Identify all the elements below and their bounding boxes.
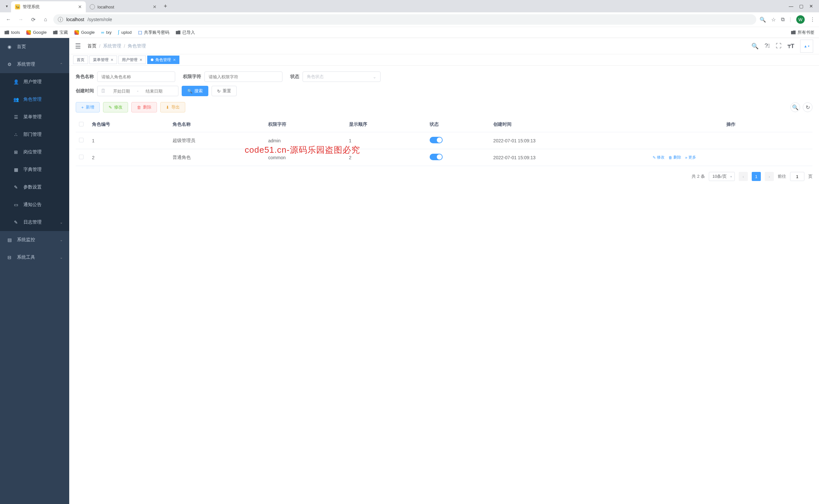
menu-icon[interactable]: ⋮: [810, 17, 815, 23]
row-delete-link[interactable]: 🗑删除: [669, 155, 681, 160]
tab-dropdown-icon[interactable]: ▾: [3, 4, 11, 8]
view-tabs: 首页 菜单管理✕ 用户管理✕ 角色管理✕: [69, 54, 819, 66]
bookmark-item[interactable]: ʃuplod: [118, 30, 132, 35]
site-info-icon[interactable]: i: [58, 17, 63, 22]
bookmark-item[interactable]: ∞txy: [101, 30, 111, 35]
star-icon[interactable]: ☆: [771, 17, 776, 23]
bookmark-item[interactable]: 已导入: [176, 30, 195, 35]
tab-close-icon[interactable]: ✕: [78, 4, 82, 9]
all-bookmarks[interactable]: 所有书签: [791, 30, 814, 35]
view-tab-user[interactable]: 用户管理✕: [118, 56, 146, 64]
row-more-link[interactable]: »更多: [685, 155, 696, 160]
bookmark-item[interactable]: Google: [26, 30, 46, 35]
google-icon: [74, 30, 79, 35]
sidebar-item-home[interactable]: ◉首页: [0, 38, 69, 56]
bookmark-item[interactable]: Google: [74, 30, 95, 35]
start-date-input[interactable]: [109, 89, 134, 94]
view-tab-menu[interactable]: 菜单管理✕: [89, 56, 117, 64]
sidebar-item-monitor[interactable]: ▤系统监控⌄: [0, 231, 69, 249]
pencil-icon: ✎: [109, 105, 112, 110]
row-checkbox[interactable]: [79, 155, 84, 159]
status-switch[interactable]: [430, 137, 443, 143]
role-name-label: 角色名称: [76, 74, 94, 80]
pager-goto-input[interactable]: [790, 172, 804, 181]
row-edit-link[interactable]: ✎修改: [653, 155, 665, 160]
delete-button[interactable]: 🗑删除: [131, 102, 157, 112]
perm-input[interactable]: [204, 71, 282, 82]
zoom-icon[interactable]: 🔍: [760, 17, 766, 23]
sidebar-item-system[interactable]: ⚙系统管理⌃: [0, 56, 69, 73]
chevron-down-icon: ⌄: [60, 255, 63, 260]
fullscreen-icon[interactable]: ⛶: [776, 43, 782, 49]
action-toolbar: +新增 ✎修改 🗑删除 ⬇导出 🔍 ↻: [76, 102, 813, 112]
role-name-input[interactable]: [97, 71, 175, 82]
sidebar-item-post-mgmt[interactable]: ⊞岗位管理: [0, 143, 69, 161]
cell-created: 2022-07-01 15:09:13: [490, 132, 649, 149]
sidebar-item-role-mgmt[interactable]: 👥角色管理: [0, 91, 69, 108]
page-size-select[interactable]: 10条/页: [709, 172, 735, 181]
extensions-icon[interactable]: ⧉: [781, 17, 785, 22]
sidebar-item-notice[interactable]: ▭通知公告: [0, 196, 69, 213]
tab-title: 管理系统: [23, 4, 40, 10]
view-tab-role[interactable]: 角色管理✕: [147, 56, 179, 64]
edit-button[interactable]: ✎修改: [103, 102, 128, 112]
browser-tab-active[interactable]: 🐝 管理系统 ✕: [11, 1, 86, 12]
tab-close-icon[interactable]: ✕: [139, 58, 142, 62]
tab-close-icon[interactable]: ✕: [153, 4, 157, 9]
profile-avatar[interactable]: W: [796, 15, 805, 24]
bookmark-item[interactable]: tools: [5, 30, 20, 35]
add-button[interactable]: +新增: [76, 102, 100, 112]
search-button[interactable]: 🔍搜索: [182, 86, 208, 96]
select-all-checkbox[interactable]: [79, 122, 84, 126]
sidebar-collapse-icon[interactable]: ☰: [75, 42, 81, 50]
forward-icon[interactable]: →: [16, 15, 25, 24]
crumb-home[interactable]: 首页: [87, 43, 97, 49]
address-bar[interactable]: i localhost/system/role: [53, 14, 756, 25]
chevron-up-icon: ⌃: [60, 62, 63, 67]
pencil-icon: ✎: [653, 155, 656, 160]
browser-tab[interactable]: localhost ✕: [86, 1, 161, 12]
new-tab-button[interactable]: +: [161, 3, 170, 10]
maximize-icon[interactable]: ▢: [799, 4, 803, 9]
globe-icon: [90, 4, 95, 9]
toolbar-refresh-icon[interactable]: ↻: [803, 102, 813, 112]
date-range-picker[interactable]: 🗓 -: [97, 86, 178, 96]
pager-next-button[interactable]: ›: [765, 172, 774, 181]
sidebar-item-menu-mgmt[interactable]: ☰菜单管理: [0, 108, 69, 126]
folder-icon: [791, 31, 796, 34]
reset-button[interactable]: ↻重置: [212, 86, 237, 96]
toolbar-search-icon[interactable]: 🔍: [790, 102, 800, 112]
sidebar-item-params[interactable]: ✎参数设置: [0, 178, 69, 196]
sidebar-item-logs[interactable]: ✎日志管理⌄: [0, 213, 69, 231]
end-date-input[interactable]: [142, 89, 166, 94]
close-window-icon[interactable]: ✕: [809, 4, 813, 9]
reload-icon[interactable]: ⟳: [29, 15, 38, 24]
back-icon[interactable]: ←: [4, 15, 13, 24]
minimize-icon[interactable]: —: [789, 4, 793, 9]
table-row: 1 超级管理员 admin 1 2022-07-01 15:09:13: [76, 132, 813, 149]
col-created: 创建时间: [490, 117, 649, 132]
view-tab-home[interactable]: 首页: [73, 56, 88, 64]
sidebar-item-user-mgmt[interactable]: 👤用户管理: [0, 73, 69, 91]
font-size-icon[interactable]: ᴛT: [787, 43, 794, 50]
help-icon[interactable]: ?⃝: [764, 43, 770, 49]
sidebar-item-tools[interactable]: ⊟系统工具⌄: [0, 249, 69, 266]
row-checkbox[interactable]: [79, 138, 84, 142]
pager-prev-button[interactable]: ‹: [739, 172, 748, 181]
pager-page-1[interactable]: 1: [752, 172, 761, 181]
export-button[interactable]: ⬇导出: [160, 102, 185, 112]
user-avatar[interactable]: ▲▾: [800, 40, 813, 53]
tab-close-icon[interactable]: ✕: [111, 58, 113, 62]
download-icon: ⬇: [166, 105, 169, 110]
search-icon[interactable]: 🔍: [751, 43, 759, 50]
tab-close-icon[interactable]: ✕: [173, 58, 176, 62]
cell-order: 2: [346, 149, 426, 166]
status-switch[interactable]: [430, 154, 443, 160]
sidebar-item-dept-mgmt[interactable]: ⛬部门管理: [0, 126, 69, 143]
bookmark-item[interactable]: 宝藏: [53, 30, 68, 35]
status-select[interactable]: 角色状态⌄: [303, 71, 381, 82]
sidebar-item-dict-mgmt[interactable]: ▦字典管理: [0, 161, 69, 178]
home-icon[interactable]: ⌂: [41, 15, 50, 24]
col-status: 状态: [426, 117, 490, 132]
bookmark-item[interactable]: ⬚共享账号密码: [138, 30, 169, 35]
